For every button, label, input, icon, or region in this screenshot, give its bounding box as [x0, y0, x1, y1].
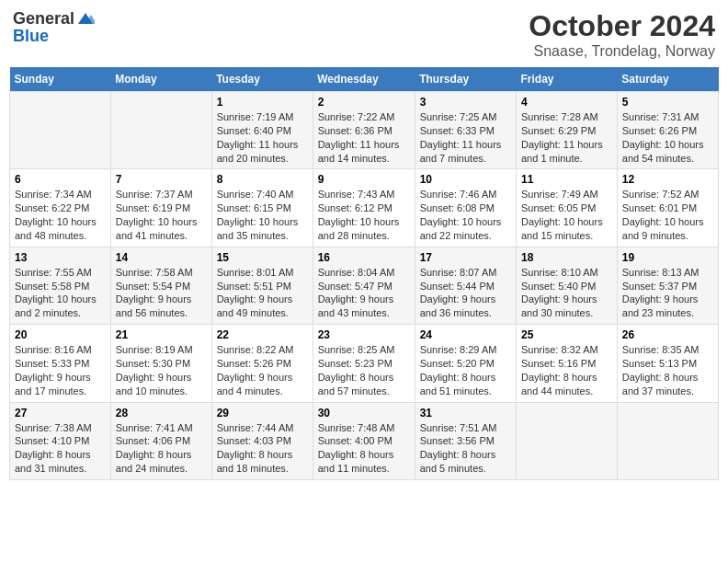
calendar-cell [516, 402, 617, 479]
day-info: Sunrise: 7:19 AMSunset: 6:40 PMDaylight:… [217, 110, 308, 165]
calendar-cell: 27Sunrise: 7:38 AMSunset: 4:10 PMDayligh… [10, 402, 111, 479]
day-number: 11 [521, 173, 612, 186]
calendar-cell: 2Sunrise: 7:22 AMSunset: 6:36 PMDaylight… [313, 92, 415, 169]
calendar-cell: 13Sunrise: 7:55 AMSunset: 5:58 PMDayligh… [10, 247, 111, 324]
day-number: 21 [116, 328, 207, 341]
day-header-sunday: Sunday [10, 67, 111, 92]
day-number: 10 [420, 173, 511, 186]
calendar-cell: 7Sunrise: 7:37 AMSunset: 6:19 PMDaylight… [110, 169, 211, 247]
day-info: Sunrise: 7:22 AMSunset: 6:36 PMDaylight:… [318, 110, 410, 165]
day-info: Sunrise: 7:58 AMSunset: 5:54 PMDaylight:… [116, 266, 207, 320]
calendar-cell [617, 402, 718, 479]
day-number: 29 [217, 407, 308, 419]
title-block: October 2024 Snaase, Trondelag, Norway [529, 9, 715, 60]
day-info: Sunrise: 8:10 AMSunset: 5:40 PMDaylight:… [521, 266, 612, 320]
calendar-cell: 4Sunrise: 7:28 AMSunset: 6:29 PMDaylight… [516, 92, 617, 169]
calendar-cell: 23Sunrise: 8:25 AMSunset: 5:23 PMDayligh… [313, 325, 415, 402]
day-number: 20 [15, 328, 106, 341]
day-number: 19 [622, 251, 713, 264]
calendar-table: SundayMondayTuesdayWednesdayThursdayFrid… [9, 67, 719, 480]
day-number: 25 [521, 328, 612, 341]
calendar-cell: 6Sunrise: 7:34 AMSunset: 6:22 PMDaylight… [10, 169, 111, 247]
calendar-week-row: 27Sunrise: 7:38 AMSunset: 4:10 PMDayligh… [10, 402, 719, 479]
calendar-week-row: 6Sunrise: 7:34 AMSunset: 6:22 PMDaylight… [10, 169, 719, 247]
day-number: 18 [521, 251, 612, 264]
day-info: Sunrise: 7:34 AMSunset: 6:22 PMDaylight:… [15, 188, 106, 242]
day-number: 14 [116, 251, 207, 264]
day-info: Sunrise: 7:44 AMSunset: 4:03 PMDaylight:… [217, 421, 308, 476]
day-header-saturday: Saturday [617, 67, 718, 92]
calendar-cell: 17Sunrise: 8:07 AMSunset: 5:44 PMDayligh… [415, 247, 516, 324]
calendar-cell: 25Sunrise: 8:32 AMSunset: 5:16 PMDayligh… [516, 325, 617, 402]
page-header: General Blue October 2024 Snaase, Tronde… [9, 9, 719, 60]
day-info: Sunrise: 7:40 AMSunset: 6:15 PMDaylight:… [217, 188, 308, 242]
calendar-cell: 29Sunrise: 7:44 AMSunset: 4:03 PMDayligh… [211, 402, 313, 479]
day-info: Sunrise: 7:55 AMSunset: 5:58 PMDaylight:… [15, 266, 106, 320]
day-number: 26 [622, 328, 713, 341]
day-info: Sunrise: 7:48 AMSunset: 4:00 PMDaylight:… [318, 421, 410, 476]
day-number: 24 [420, 328, 511, 341]
day-info: Sunrise: 7:52 AMSunset: 6:01 PMDaylight:… [622, 188, 713, 242]
day-info: Sunrise: 7:46 AMSunset: 6:08 PMDaylight:… [420, 188, 511, 242]
day-info: Sunrise: 8:13 AMSunset: 5:37 PMDaylight:… [622, 266, 713, 320]
day-number: 23 [318, 328, 410, 341]
day-number: 31 [420, 407, 511, 419]
day-info: Sunrise: 8:07 AMSunset: 5:44 PMDaylight:… [420, 266, 511, 320]
day-header-thursday: Thursday [415, 67, 516, 92]
calendar-cell: 20Sunrise: 8:16 AMSunset: 5:33 PMDayligh… [10, 325, 111, 402]
day-info: Sunrise: 7:38 AMSunset: 4:10 PMDaylight:… [15, 421, 106, 476]
calendar-week-row: 20Sunrise: 8:16 AMSunset: 5:33 PMDayligh… [10, 325, 719, 402]
day-header-friday: Friday [516, 67, 617, 92]
day-info: Sunrise: 7:25 AMSunset: 6:33 PMDaylight:… [420, 110, 511, 165]
day-info: Sunrise: 8:25 AMSunset: 5:23 PMDaylight:… [318, 343, 410, 397]
day-number: 13 [15, 251, 106, 264]
calendar-cell: 31Sunrise: 7:51 AMSunset: 3:56 PMDayligh… [415, 402, 516, 479]
logo: General Blue [13, 9, 95, 45]
day-info: Sunrise: 8:22 AMSunset: 5:26 PMDaylight:… [217, 343, 308, 397]
calendar-cell: 24Sunrise: 8:29 AMSunset: 5:20 PMDayligh… [415, 325, 516, 402]
day-header-monday: Monday [110, 67, 211, 92]
calendar-cell [110, 92, 211, 169]
calendar-week-row: 13Sunrise: 7:55 AMSunset: 5:58 PMDayligh… [10, 247, 719, 324]
page-title: October 2024 [529, 9, 715, 43]
day-number: 3 [420, 96, 511, 109]
logo-blue: Blue [13, 27, 49, 45]
calendar-header-row: SundayMondayTuesdayWednesdayThursdayFrid… [10, 67, 719, 92]
calendar-cell: 28Sunrise: 7:41 AMSunset: 4:06 PMDayligh… [110, 402, 211, 479]
calendar-cell: 30Sunrise: 7:48 AMSunset: 4:00 PMDayligh… [313, 402, 415, 479]
day-number: 7 [116, 173, 207, 186]
day-info: Sunrise: 7:51 AMSunset: 3:56 PMDaylight:… [420, 421, 511, 476]
calendar-cell: 11Sunrise: 7:49 AMSunset: 6:05 PMDayligh… [516, 169, 617, 247]
calendar-cell: 15Sunrise: 8:01 AMSunset: 5:51 PMDayligh… [211, 247, 313, 324]
calendar-cell: 10Sunrise: 7:46 AMSunset: 6:08 PMDayligh… [415, 169, 516, 247]
day-info: Sunrise: 8:01 AMSunset: 5:51 PMDaylight:… [217, 266, 308, 320]
day-number: 27 [15, 407, 106, 419]
day-info: Sunrise: 8:19 AMSunset: 5:30 PMDaylight:… [116, 343, 207, 397]
day-number: 4 [521, 96, 612, 109]
day-number: 16 [318, 251, 410, 264]
day-number: 1 [217, 96, 308, 109]
day-number: 8 [217, 173, 308, 186]
day-number: 22 [217, 328, 308, 341]
calendar-cell: 14Sunrise: 7:58 AMSunset: 5:54 PMDayligh… [110, 247, 211, 324]
calendar-cell: 8Sunrise: 7:40 AMSunset: 6:15 PMDaylight… [211, 169, 313, 247]
calendar-cell: 26Sunrise: 8:35 AMSunset: 5:13 PMDayligh… [617, 325, 718, 402]
calendar-cell: 22Sunrise: 8:22 AMSunset: 5:26 PMDayligh… [211, 325, 313, 402]
day-info: Sunrise: 8:04 AMSunset: 5:47 PMDaylight:… [318, 266, 410, 320]
calendar-cell [10, 92, 111, 169]
day-info: Sunrise: 8:35 AMSunset: 5:13 PMDaylight:… [622, 343, 713, 397]
page-subtitle: Snaase, Trondelag, Norway [529, 43, 715, 60]
day-number: 15 [217, 251, 308, 264]
calendar-cell: 1Sunrise: 7:19 AMSunset: 6:40 PMDaylight… [211, 92, 313, 169]
calendar-week-row: 1Sunrise: 7:19 AMSunset: 6:40 PMDaylight… [10, 92, 719, 169]
calendar-cell: 5Sunrise: 7:31 AMSunset: 6:26 PMDaylight… [617, 92, 718, 169]
day-header-tuesday: Tuesday [211, 67, 313, 92]
day-info: Sunrise: 7:37 AMSunset: 6:19 PMDaylight:… [116, 188, 207, 242]
calendar-cell: 9Sunrise: 7:43 AMSunset: 6:12 PMDaylight… [313, 169, 415, 247]
day-number: 6 [15, 173, 106, 186]
day-info: Sunrise: 8:32 AMSunset: 5:16 PMDaylight:… [521, 343, 612, 397]
calendar-cell: 18Sunrise: 8:10 AMSunset: 5:40 PMDayligh… [516, 247, 617, 324]
day-number: 12 [622, 173, 713, 186]
day-number: 28 [116, 407, 207, 419]
calendar-cell: 12Sunrise: 7:52 AMSunset: 6:01 PMDayligh… [617, 169, 718, 247]
